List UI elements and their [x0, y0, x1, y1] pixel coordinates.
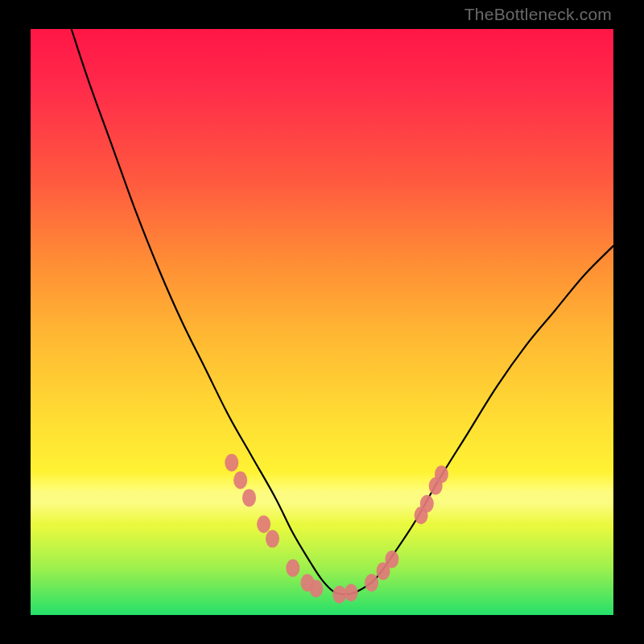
- marker-dot: [309, 580, 323, 597]
- curve-markers: [225, 454, 448, 604]
- marker-dot: [420, 495, 434, 513]
- marker-dot: [233, 472, 247, 489]
- bottleneck-curve: [72, 29, 613, 595]
- marker-dot: [257, 515, 270, 533]
- marker-dot: [266, 530, 279, 547]
- marker-dot: [345, 584, 358, 601]
- marker-dot: [242, 489, 256, 506]
- watermark-text: TheBottleneck.com: [464, 5, 612, 24]
- marker-dot: [225, 454, 238, 472]
- marker-dot: [435, 465, 448, 483]
- chart-frame: TheBottleneck.com: [0, 0, 644, 644]
- marker-dot: [365, 574, 378, 592]
- marker-dot: [385, 551, 398, 568]
- marker-dot: [332, 586, 346, 604]
- curve-svg: [31, 29, 613, 615]
- marker-dot: [286, 559, 299, 577]
- plot-area: [31, 29, 613, 615]
